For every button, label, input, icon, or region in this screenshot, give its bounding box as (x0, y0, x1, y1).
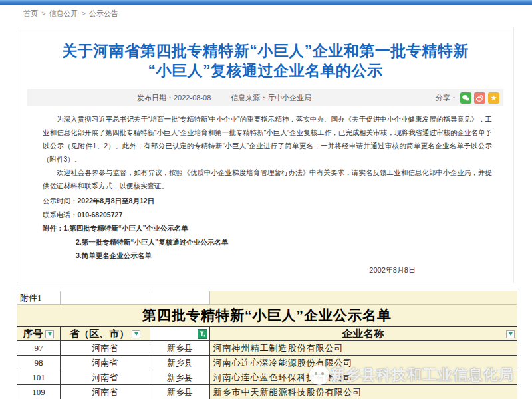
breadcrumb-separator: > (41, 9, 45, 17)
info-source: 信息来源：厅中小企业局 (231, 93, 311, 103)
company-name-cell: 河南心连心蓝色环保科技有限公司 (210, 370, 517, 384)
breadcrumb-item[interactable]: 公示公告 (89, 9, 118, 17)
county-cell: 新乡县 (150, 341, 210, 355)
top-blue-bar (0, 0, 532, 5)
sign-date: 2002年8月8日 (43, 263, 492, 277)
spreadsheet: 附件1 第四批专精特新“小巨人”企业公示名单 序号 省（区、市） 企业名称 97… (17, 291, 517, 399)
county-cell: 新乡县 (150, 385, 210, 399)
row-index-cell: 98 (17, 356, 61, 370)
company-name-cell: 河南神州精工制造股份有限公司 (210, 341, 517, 355)
county-cell: 新乡县 (150, 356, 210, 370)
company-name-cell: 新乡市中天新能源科技股份有限公司 (210, 385, 517, 399)
breadcrumb: 首页>信息公开>公示公告 (23, 9, 118, 19)
favorite-star-icon[interactable]: ★ (488, 92, 499, 104)
attachment-link[interactable]: 2.第一批专精特新“小巨人”复核通过企业公示名单 (76, 238, 228, 246)
county-cell: 新乡县 (150, 370, 210, 384)
breadcrumb-item[interactable]: 信息公开 (49, 9, 78, 17)
wechat-icon[interactable] (460, 92, 471, 104)
filter-dropdown-icon[interactable] (45, 330, 54, 338)
filter-dropdown-icon[interactable] (132, 330, 140, 338)
attachment-item-1-row: 附件：1.第四批专精特新“小巨人”企业公示名单 (43, 221, 492, 235)
paragraph: 为深入贯彻习近平总书记关于“培育一批‘专精特新’中小企业”的重要指示精神，落实中… (43, 112, 492, 166)
table-row: 97河南省新乡县河南神州精工制造股份有限公司 (17, 341, 517, 356)
table-row: 109河南省新乡县新乡市中天新能源科技股份有限公司 (17, 385, 517, 399)
empty-cell (61, 291, 150, 305)
active-filter-funnel-icon[interactable] (198, 329, 207, 339)
attachments-label: 附件： (43, 224, 64, 232)
province-cell: 河南省 (61, 356, 150, 370)
article-card: 关于河南省第四批专精特新“小巨人”企业和第一批专精特新“小巨人”复核通过企业名单… (17, 27, 514, 283)
paragraph: 欢迎社会各界参与监督，如有异议，按照《优质中小企业梯度培育管理暂行办法》中有关要… (43, 166, 492, 192)
filter-dropdown-icon[interactable] (506, 330, 515, 338)
table-title-row: 第四批专精特新“小巨人”企业公示名单 (17, 305, 517, 326)
article-meta-bar: 发布日期：2022-08-08 信息来源：厅中小企业局 分享： ★ (27, 89, 503, 106)
header-cell-company: 企业名称 (210, 327, 517, 340)
attachment-label-row: 附件1 (17, 291, 517, 305)
header-cell-county (150, 327, 210, 340)
publish-date: 发布日期：2022-08-08 (137, 93, 211, 103)
breadcrumb-separator: > (81, 9, 85, 17)
province-cell: 河南省 (61, 385, 150, 399)
publicity-time: 公示时间：2022年8月8日至8月12日 (43, 194, 492, 208)
table-row: 101河南省新乡县河南心连心蓝色环保科技有限公司 (17, 370, 517, 385)
table-header-row: 序号 省（区、市） 企业名称 (17, 326, 517, 341)
empty-cell (150, 291, 210, 305)
province-cell: 河南省 (61, 370, 150, 384)
header-cell-province: 省（区、市） (61, 327, 150, 340)
header-cell-seq: 序号 (17, 327, 61, 340)
page-title: 关于河南省第四批专精特新“小巨人”企业和第一批专精特新“小巨人”复核通过企业名单… (55, 41, 476, 80)
table-row: 98河南省新乡县河南心连心深冷能源股份有限公司 (17, 356, 517, 370)
province-cell: 河南省 (61, 341, 150, 355)
article-body: 为深入贯彻习近平总书记关于“培育一批‘专精特新’中小企业”的重要指示精神，落实中… (43, 112, 492, 277)
row-index-cell: 97 (17, 341, 61, 355)
table-title: 第四批专精特新“小巨人”企业公示名单 (142, 306, 392, 325)
row-index-cell: 109 (17, 385, 61, 399)
contact-phone: 联系电话：010-68205727 (43, 208, 492, 222)
breadcrumb-item[interactable]: 首页 (23, 9, 38, 17)
company-name-cell: 河南心连心深冷能源股份有限公司 (210, 356, 517, 370)
attachment1-cell: 附件1 (17, 291, 61, 305)
share-bar: 分享： ★ (436, 92, 499, 104)
weibo-icon[interactable] (474, 92, 485, 104)
attachment-link[interactable]: 1.第四批专精特新“小巨人”企业公示名单 (64, 224, 188, 232)
empty-cell (210, 291, 517, 305)
attachment-link[interactable]: 3.简单更名企业公示名单 (76, 251, 152, 259)
row-index-cell: 101 (17, 370, 61, 384)
share-label: 分享： (436, 93, 458, 103)
table-body: 97河南省新乡县河南神州精工制造股份有限公司98河南省新乡县河南心连心深冷能源股… (17, 341, 517, 399)
